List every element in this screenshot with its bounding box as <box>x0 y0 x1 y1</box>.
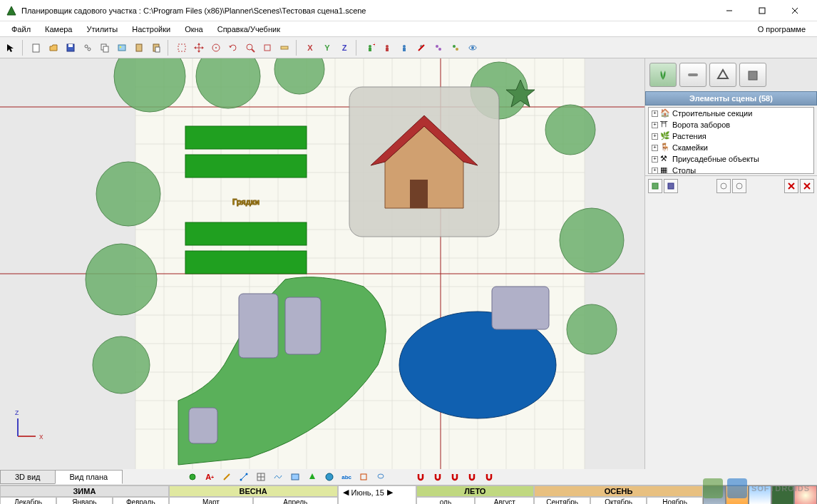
shapes-tab[interactable] <box>709 63 736 87</box>
prop-del2-icon[interactable] <box>800 179 814 193</box>
magnet3-icon[interactable] <box>447 469 463 485</box>
add-red-icon[interactable] <box>379 40 395 56</box>
properties-toolbar <box>645 175 817 196</box>
svg-point-38 <box>403 45 406 48</box>
month-jul[interactable]: оль <box>416 497 476 504</box>
pan-icon[interactable] <box>208 40 224 56</box>
month-sep[interactable]: Сентябрь <box>534 497 590 504</box>
menu-utilities[interactable]: Утилиты <box>80 23 125 36</box>
month-aug[interactable]: Август <box>475 497 534 504</box>
tree-item-yard[interactable]: +⚒Приусадебные объекты <box>649 153 813 165</box>
tree-item-building[interactable]: +🏠Строительные секции <box>649 108 813 119</box>
pencil-icon[interactable] <box>219 469 235 485</box>
magnet1-icon[interactable] <box>413 469 428 485</box>
canvas-viewport[interactable]: Грядки x z <box>0 58 644 469</box>
menu-file[interactable]: Файл <box>4 23 38 36</box>
wave-icon[interactable] <box>270 469 286 485</box>
month-mar[interactable]: Март <box>169 497 253 504</box>
season-autumn[interactable]: ОСЕНЬ Сентябрь Октябрь Ноябрь <box>534 485 703 504</box>
line-icon[interactable] <box>236 469 252 485</box>
image-icon[interactable] <box>114 40 130 56</box>
abc-icon[interactable]: abc <box>339 469 354 485</box>
magnet2-icon[interactable] <box>430 469 446 485</box>
tree-item-gates[interactable]: +⛩Ворота заборов <box>649 119 813 130</box>
lasso-icon[interactable] <box>373 469 389 485</box>
season-winter[interactable]: ЗИМА Декабрь Январь Февраль <box>0 485 169 504</box>
month-jan[interactable]: Январь <box>56 497 113 504</box>
month-dec[interactable]: Декабрь <box>0 497 56 504</box>
month-feb[interactable]: Февраль <box>113 497 169 504</box>
season-spring[interactable]: ВЕСНА Март Апрель <box>169 485 338 504</box>
filter-icon[interactable] <box>431 40 446 56</box>
minimize-button[interactable] <box>713 1 746 21</box>
svg-line-30 <box>252 49 255 52</box>
tab-plan-view[interactable]: Вид плана <box>55 470 123 484</box>
menu-help[interactable]: Справка/Учебник <box>210 23 287 36</box>
text-icon[interactable]: A+ <box>202 469 217 485</box>
objects-tab[interactable] <box>739 63 766 87</box>
menu-about[interactable]: О программе <box>751 23 813 36</box>
tree-bench-icon: 🪑 <box>660 143 670 153</box>
add-item-icon[interactable] <box>448 40 463 56</box>
axis-y-button[interactable]: Y <box>319 40 335 56</box>
tools-tab[interactable] <box>679 63 706 87</box>
prev-date-icon[interactable]: ◀ <box>343 488 349 497</box>
zoom-window-icon[interactable] <box>174 40 190 56</box>
zoom-icon[interactable] <box>242 40 258 56</box>
scene-canvas[interactable]: Грядки x z <box>0 58 644 469</box>
menu-settings[interactable]: Настройки <box>125 23 178 36</box>
globe-icon[interactable] <box>322 469 337 485</box>
svg-rect-103 <box>239 294 278 358</box>
menu-camera[interactable]: Камера <box>38 23 79 36</box>
month-nov[interactable]: Ноябрь <box>647 497 703 504</box>
open-icon[interactable] <box>46 40 61 56</box>
svg-rect-94 <box>185 126 307 149</box>
shape-icon[interactable] <box>356 469 371 485</box>
tab-3d-view[interactable]: 3D вид <box>0 470 56 484</box>
magnet5-icon[interactable] <box>481 469 497 485</box>
close-button[interactable] <box>779 1 811 21</box>
month-apr[interactable]: Апрель <box>253 497 337 504</box>
svg-rect-106 <box>189 408 217 443</box>
pic-icon[interactable] <box>287 469 303 485</box>
new-icon[interactable] <box>29 40 44 56</box>
link-icon[interactable] <box>80 40 96 56</box>
svg-line-124 <box>241 474 247 480</box>
tree-small-icon[interactable] <box>304 469 320 485</box>
month-oct[interactable]: Октябрь <box>590 497 647 504</box>
current-date: Июнь, 15 <box>351 488 384 497</box>
axis-x-button[interactable]: X <box>302 40 318 56</box>
tree-item-plants[interactable]: +🌿Растения <box>649 130 813 142</box>
rotate-icon[interactable] <box>225 40 241 56</box>
menu-windows[interactable]: Окна <box>178 23 210 36</box>
maximize-button[interactable] <box>746 1 779 21</box>
view-icon[interactable] <box>465 40 481 56</box>
move-icon[interactable] <box>191 40 207 56</box>
axis-z-button[interactable]: Z <box>336 40 352 56</box>
circle-icon[interactable] <box>185 469 200 485</box>
date-picker[interactable]: ◀ Июнь, 15 ▶ <box>338 485 416 504</box>
edit-icon[interactable] <box>396 40 412 56</box>
add-person-icon[interactable]: + <box>362 40 378 56</box>
prop-cfg2-icon[interactable] <box>732 179 746 193</box>
remove-icon[interactable] <box>413 40 429 56</box>
prop-add2-icon[interactable] <box>664 179 678 193</box>
next-date-icon[interactable]: ▶ <box>387 488 393 497</box>
clipboard-icon[interactable] <box>131 40 147 56</box>
grid-icon[interactable] <box>253 469 269 485</box>
prop-add-icon[interactable] <box>648 179 662 193</box>
measure-icon[interactable] <box>277 40 292 56</box>
pointer-icon[interactable] <box>3 40 19 56</box>
paste-icon[interactable] <box>148 40 164 56</box>
plants-tab[interactable] <box>649 63 677 87</box>
tree-item-benches[interactable]: +🪑Скамейки <box>649 142 813 153</box>
prop-del-icon[interactable] <box>784 179 798 193</box>
scene-tree[interactable]: +🏠Строительные секции +⛩Ворота заборов +… <box>648 107 814 174</box>
save-icon[interactable] <box>63 40 78 56</box>
tree-item-tables[interactable]: +▦Столы <box>649 165 813 174</box>
prop-cfg-icon[interactable] <box>716 179 731 193</box>
season-summer[interactable]: ЛЕТО оль Август <box>416 485 535 504</box>
target-icon[interactable] <box>260 40 275 56</box>
magnet4-icon[interactable] <box>464 469 480 485</box>
copy-icon[interactable] <box>97 40 113 56</box>
